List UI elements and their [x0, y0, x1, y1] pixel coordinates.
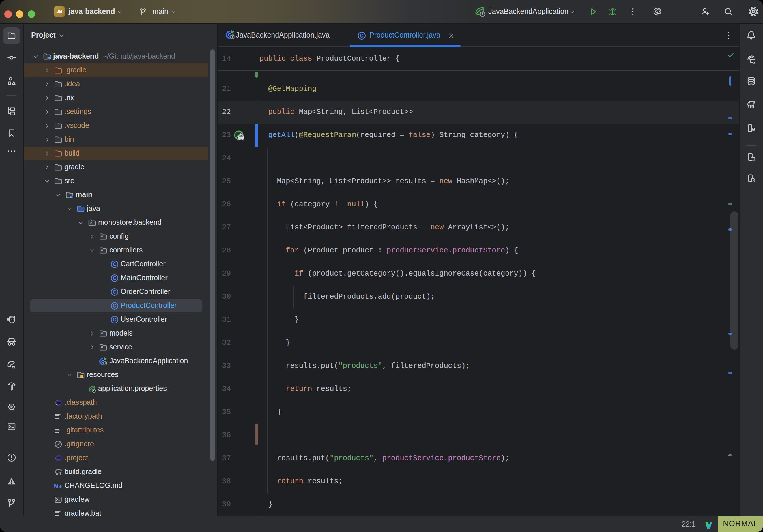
svg-text:C: C	[113, 275, 117, 281]
svg-text:C: C	[113, 317, 117, 323]
svg-text:C: C	[113, 289, 117, 295]
svg-text:C: C	[113, 262, 117, 267]
svg-text:M: M	[54, 483, 58, 489]
svg-text:C: C	[360, 33, 364, 39]
svg-text:C: C	[113, 303, 117, 309]
